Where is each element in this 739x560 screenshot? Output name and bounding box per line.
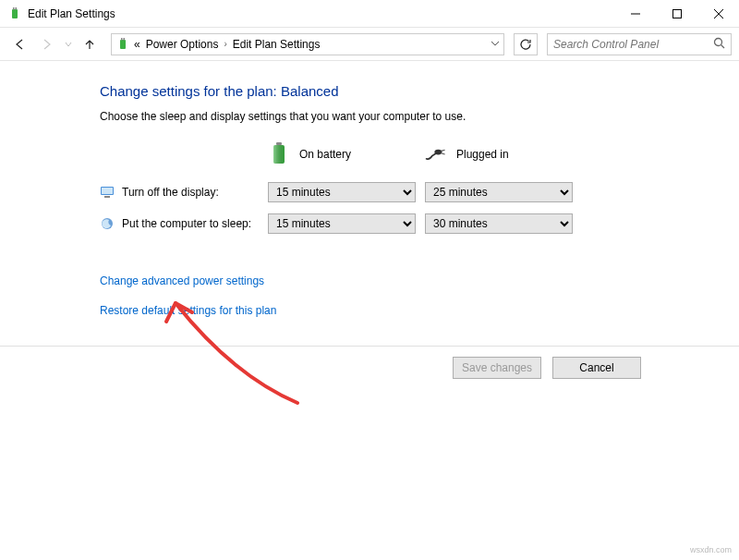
- svg-line-11: [721, 44, 725, 48]
- column-battery: On battery: [268, 143, 425, 171]
- restore-defaults-link[interactable]: Restore default settings for this plan: [100, 304, 739, 317]
- titlebar: Edit Plan Settings: [0, 0, 739, 28]
- column-battery-label: On battery: [299, 148, 351, 161]
- svg-rect-14: [276, 142, 282, 145]
- cancel-button[interactable]: Cancel: [552, 357, 641, 379]
- battery-icon: [268, 143, 290, 165]
- advanced-power-settings-link[interactable]: Change advanced power settings: [100, 274, 739, 287]
- svg-rect-2: [16, 7, 18, 10]
- svg-rect-7: [120, 40, 126, 49]
- svg-rect-0: [12, 9, 18, 18]
- sleep-plugged-select[interactable]: 30 minutes: [425, 213, 573, 234]
- row-display-label: Turn off the display:: [100, 185, 268, 200]
- breadcrumb-edit-plan[interactable]: Edit Plan Settings: [231, 38, 322, 51]
- save-changes-button[interactable]: Save changes: [453, 357, 541, 379]
- breadcrumb-ellipsis[interactable]: «: [132, 38, 142, 51]
- page-heading: Change settings for the plan: Balanced: [100, 83, 739, 99]
- row-sleep-text: Put the computer to sleep:: [122, 217, 251, 230]
- svg-rect-20: [104, 196, 110, 198]
- maximize-button[interactable]: [656, 0, 697, 28]
- svg-rect-4: [672, 9, 681, 18]
- svg-rect-13: [273, 145, 285, 164]
- svg-line-16: [442, 150, 445, 151]
- back-button[interactable]: [7, 32, 31, 56]
- display-plugged-select[interactable]: 25 minutes: [425, 182, 573, 202]
- display-battery-select[interactable]: 15 minutes: [268, 182, 416, 202]
- up-button[interactable]: [78, 32, 102, 56]
- row-sleep-label: Put the computer to sleep:: [100, 216, 268, 231]
- search-input[interactable]: [553, 38, 713, 51]
- footer-separator: [0, 346, 739, 347]
- minimize-button[interactable]: [614, 0, 656, 28]
- breadcrumb-power-options[interactable]: Power Options: [144, 38, 221, 51]
- refresh-button[interactable]: [514, 33, 538, 55]
- settings-table: On battery Plugged in Turn off the displ…: [100, 143, 739, 234]
- svg-line-17: [442, 153, 445, 154]
- power-options-icon: [115, 37, 130, 52]
- page-subheading: Choose the sleep and display settings th…: [100, 110, 739, 123]
- breadcrumb-dropdown[interactable]: [491, 38, 500, 51]
- search-icon[interactable]: [713, 37, 725, 52]
- links-section: Change advanced power settings Restore d…: [100, 274, 739, 317]
- footer-buttons: Save changes Cancel: [453, 357, 641, 379]
- window-title: Edit Plan Settings: [28, 7, 614, 20]
- address-bar: « Power Options › Edit Plan Settings: [0, 28, 739, 61]
- close-button[interactable]: [697, 0, 739, 28]
- window-controls: [614, 0, 739, 28]
- svg-rect-19: [102, 188, 113, 194]
- svg-point-15: [434, 150, 442, 155]
- search-box[interactable]: [547, 33, 732, 55]
- chevron-right-icon: ›: [222, 39, 228, 49]
- sleep-icon: [100, 216, 115, 231]
- history-dropdown[interactable]: [63, 41, 74, 48]
- svg-rect-9: [124, 38, 126, 41]
- content-area: Change settings for the plan: Balanced C…: [0, 61, 739, 317]
- watermark: wsxdn.com: [690, 545, 732, 554]
- power-options-icon: [7, 6, 22, 21]
- forward-button[interactable]: [35, 32, 59, 56]
- column-plugged: Plugged in: [425, 143, 582, 171]
- svg-rect-1: [13, 7, 15, 10]
- display-icon: [100, 185, 115, 200]
- svg-point-10: [715, 38, 722, 45]
- column-plugged-label: Plugged in: [456, 148, 509, 161]
- svg-rect-8: [121, 38, 123, 41]
- row-display-text: Turn off the display:: [122, 186, 219, 199]
- sleep-battery-select[interactable]: 15 minutes: [268, 213, 416, 234]
- plug-icon: [425, 143, 447, 165]
- breadcrumb[interactable]: « Power Options › Edit Plan Settings: [111, 33, 504, 55]
